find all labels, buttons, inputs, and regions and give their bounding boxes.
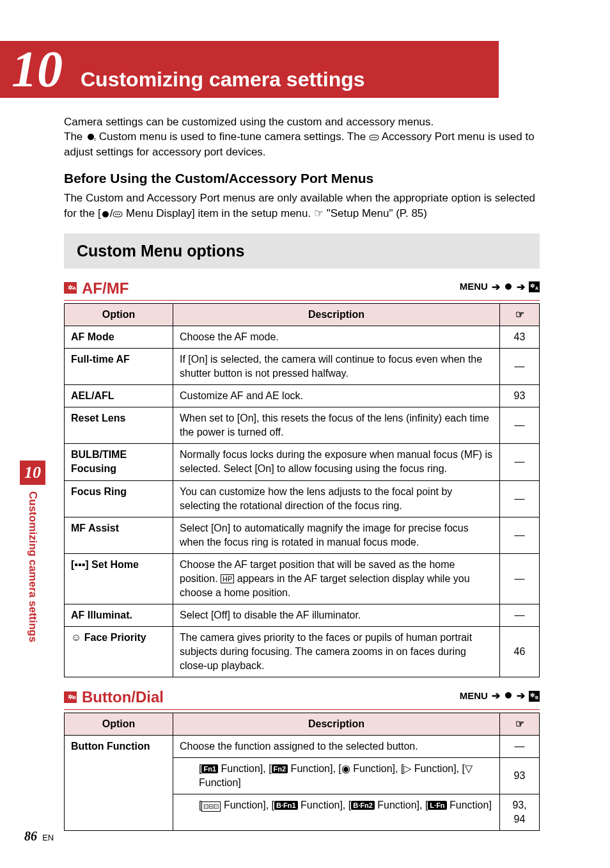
ref-cell: — — [500, 604, 540, 627]
section-b-title: Button/Dial — [82, 686, 164, 707]
opt-cell: MF Assist — [65, 517, 173, 553]
desc-cell: If [On] is selected, the camera will con… — [173, 349, 500, 385]
desc-cell: Choose the AF mode. — [173, 326, 500, 348]
table-row: MF AssistSelect [On] to automatically ma… — [65, 517, 540, 553]
opt-cell: AF Illuminat. — [65, 604, 173, 627]
col-ref: ☞ — [500, 303, 540, 326]
gear-icon — [504, 283, 513, 292]
arrow-right-icon: ➔ — [517, 280, 525, 294]
desc-cell: You can customize how the lens adjusts t… — [173, 480, 500, 517]
t: Function], [ — [218, 763, 272, 774]
opt-cell: Focus Ring — [65, 480, 173, 517]
gear-icon — [101, 210, 110, 218]
desc-sub-cell: [Fn1 Function], [Fn2 Function], [◉ Funct… — [173, 757, 500, 794]
svg-point-3 — [371, 137, 373, 138]
menu-label: MENU — [460, 280, 488, 294]
opt-text: Face Priority — [81, 632, 146, 643]
table-row: AEL/AFLCustomize AF and AE lock.93 — [65, 385, 540, 407]
desc-cell: When set to [On], this resets the focus … — [173, 407, 500, 444]
svg-point-5 — [375, 137, 377, 138]
bfn2-icon: B·Fn2 — [351, 801, 375, 810]
table-header-row: Option Description ☞ — [65, 713, 540, 735]
svg-point-9 — [119, 214, 120, 215]
ref-cell: 93 — [500, 385, 540, 407]
col-option: Option — [65, 303, 173, 326]
page-number: 86 — [24, 829, 37, 843]
page-lang: EN — [42, 833, 54, 842]
t: Function] — [447, 800, 492, 810]
table-row: AF Illuminat.Select [Off] to disable the… — [65, 604, 540, 627]
grip-icon: ⊡⊟⊡ — [201, 801, 221, 812]
chapter-number: 10 — [12, 47, 63, 91]
opt-cell: Button Function — [65, 735, 173, 830]
ref-cell: — — [500, 407, 540, 444]
side-tab-number: 10 — [20, 461, 45, 485]
ref-cell: — — [500, 349, 540, 385]
tab-a-icon: ✲A — [64, 282, 77, 294]
af-target-icon: [▪▪▪] — [71, 559, 89, 570]
table-button-dial: Option Description ☞ Button Function Cho… — [64, 713, 540, 831]
table-header-row: Option Description ☞ — [65, 303, 540, 326]
section-a-title: AF/MF — [82, 278, 129, 299]
ref-cell: 93, 94 — [500, 794, 540, 830]
gear-icon — [504, 691, 513, 700]
face-icon: ☺ — [71, 632, 81, 643]
custom-menu-banner: Custom Menu options — [64, 233, 540, 269]
table-row: AF ModeChoose the AF mode.43 — [65, 326, 540, 348]
col-option: Option — [65, 713, 173, 735]
col-description: Description — [173, 713, 500, 735]
ref-cell: — — [500, 735, 540, 757]
fn1-icon: Fn1 — [201, 764, 218, 773]
section-b-breadcrumb: MENU ➔ ➔ ✲B — [460, 689, 540, 703]
chapter-banner: 10 Customizing camera settings — [0, 41, 499, 98]
t: Function] — [199, 777, 241, 788]
desc-cell: Customize AF and AE lock. — [173, 385, 500, 407]
side-tab: 10 Customizing camera settings — [23, 461, 42, 642]
desc-cell: Choose the AF target position that will … — [173, 553, 500, 604]
chapter-title: Customizing camera settings — [81, 68, 365, 91]
opt-cell: BULB/TIME Focusing — [65, 444, 173, 480]
svg-point-4 — [373, 137, 375, 138]
desc-sub-cell: [⊡⊟⊡ Function], [B·Fn1 Function], [B·Fn2… — [173, 794, 500, 830]
accessory-port-icon — [113, 210, 123, 218]
table-row: Focus RingYou can customize how the lens… — [65, 480, 540, 517]
svg-point-8 — [117, 214, 118, 215]
desc-cell: Normally focus locks during the exposure… — [173, 444, 500, 480]
pointer-icon: ☞ — [314, 207, 324, 219]
ref-cell: 46 — [500, 627, 540, 677]
opt-cell: [▪▪▪] Set Home — [65, 553, 173, 604]
table-row: Full-time AFIf [On] is selected, the cam… — [65, 349, 540, 385]
opt-cell: Reset Lens — [65, 407, 173, 444]
table-row: Button Function Choose the function assi… — [65, 735, 540, 757]
record-icon: ◉ — [341, 763, 350, 774]
opt-cell: AEL/AFL — [65, 385, 173, 407]
fn2-icon: Fn2 — [272, 764, 288, 773]
arrow-right-icon: ➔ — [492, 689, 500, 703]
down-arrow-icon: ▽ — [465, 763, 473, 774]
table-af-mf: Option Description ☞ AF ModeChoose the A… — [64, 303, 540, 678]
t: Function], [ — [375, 800, 428, 810]
table-row: BULB/TIME FocusingNormally focus locks d… — [65, 444, 540, 480]
tab-b-icon: ✲B — [529, 691, 540, 701]
right-arrow-icon: ▷ — [403, 763, 411, 774]
opt-cell: Full-time AF — [65, 349, 173, 385]
ref-cell: — — [500, 517, 540, 553]
section-a-header: ✲A AF/MF MENU ➔ ➔ ✲A — [64, 278, 540, 301]
intro-line1: Camera settings can be customized using … — [64, 116, 434, 128]
tab-a-icon: ✲A — [529, 281, 540, 292]
ref-cell: — — [500, 553, 540, 604]
table-row: Reset LensWhen set to [On], this resets … — [65, 407, 540, 444]
table-row: [▪▪▪] Set Home Choose the AF target posi… — [65, 553, 540, 604]
arrow-right-icon: ➔ — [492, 280, 500, 294]
menu-label: MENU — [460, 690, 488, 703]
t: Function], [ — [350, 763, 404, 774]
t: Function], [ — [288, 763, 341, 774]
hp-icon: HP — [221, 574, 234, 583]
section-b-header: ✲B Button/Dial MENU ➔ ➔ ✲B — [64, 686, 540, 709]
ref-cell: — — [500, 480, 540, 517]
before-mid: Menu Display] item in the setup menu. — [123, 207, 314, 219]
ref-cell: 43 — [500, 326, 540, 348]
ref-cell: 93 — [500, 757, 540, 794]
desc-cell: The camera gives priority to the faces o… — [173, 627, 500, 677]
svg-text:c: c — [94, 137, 96, 141]
